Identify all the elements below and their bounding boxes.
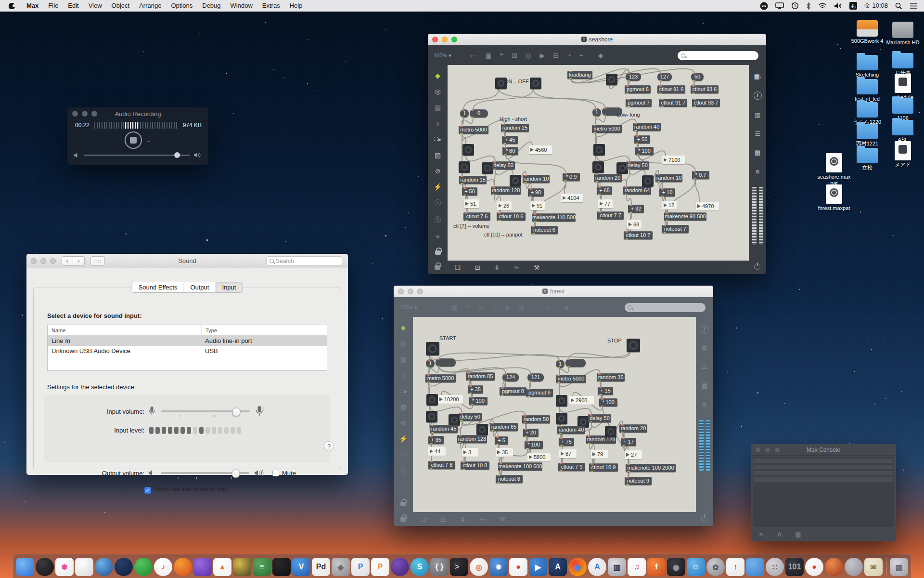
bluetooth-icon[interactable] (806, 0, 811, 12)
number-box-12[interactable]: 12 (662, 201, 677, 210)
zoom-level-dropdown[interactable]: 100% ▾ (434, 53, 451, 59)
dock-icon-chrome[interactable]: ◉ (568, 558, 587, 576)
object-box-random[interactable]: random 20 (619, 424, 647, 433)
object-box-delay[interactable]: delay 50 (626, 161, 649, 170)
object-box-tool-icon[interactable]: ▭ (471, 52, 477, 59)
clear-console-icon[interactable]: ✕ (758, 531, 764, 538)
device-row-unknown-usb-audio-device[interactable]: Unknown USB Audio DeviceUSB (48, 346, 327, 356)
dock-icon-black-app[interactable] (272, 558, 291, 576)
toggle[interactable] (426, 394, 438, 406)
forward-button[interactable]: › (73, 256, 85, 266)
object-box-delay[interactable]: delay 50 (492, 161, 515, 170)
font-size-icon[interactable]: A (777, 531, 782, 538)
number-box-26[interactable]: 26 (497, 201, 512, 210)
grid-icon[interactable]: ⋕ (461, 516, 466, 523)
number-box-35[interactable]: 35 (496, 448, 513, 457)
slider-tool-icon[interactable]: ⊟ (553, 52, 559, 59)
vizzie-icon[interactable]: ⓥ (400, 451, 407, 460)
comment-tool-icon[interactable]: ❝ (465, 303, 469, 311)
message-box-124[interactable]: 124 (502, 373, 519, 381)
object-box-metro[interactable]: metro 5000 (556, 375, 586, 383)
object-box-+[interactable]: + 20 (523, 429, 539, 437)
object-box-*[interactable]: * 0.7 (692, 171, 709, 179)
zoom-button[interactable] (417, 289, 423, 294)
zoom-button[interactable] (50, 258, 56, 264)
info-icon[interactable]: i (701, 325, 709, 333)
object-box-+[interactable]: + 75 (559, 438, 574, 446)
favorites-star-icon[interactable]: ★ (435, 233, 441, 240)
object-box-ctlout[interactable]: ctlout 10 7 (624, 231, 653, 239)
message-box-127[interactable]: 127 (657, 73, 672, 81)
object-box-random[interactable]: random 40 (633, 123, 661, 131)
object-box-random[interactable]: random 64 (623, 186, 651, 195)
dock-icon-photos[interactable]: ✽ (55, 558, 74, 576)
object-box-random[interactable]: random 65 (490, 423, 518, 431)
minimize-button[interactable] (442, 37, 448, 42)
list-icon[interactable]: ☰ (755, 130, 760, 137)
close-button[interactable] (72, 111, 78, 117)
object-box-ctlout[interactable]: ctlout 93 6 (691, 85, 719, 93)
message-box-1[interactable]: 1 (592, 108, 601, 117)
message-box-121[interactable]: 121 (527, 373, 544, 381)
wrench-icon[interactable]: ⚒ (500, 516, 505, 523)
dock-icon-pd[interactable]: Pd (312, 558, 330, 576)
object-box-+[interactable]: + 32 (628, 205, 644, 213)
toggle[interactable] (627, 339, 640, 352)
close-button[interactable] (432, 37, 438, 42)
column-header-type[interactable]: Type (201, 325, 327, 335)
minimize-button[interactable] (765, 447, 770, 453)
zoom-button[interactable] (91, 111, 97, 117)
dock-icon-launchpad[interactable]: ∷ (766, 558, 784, 576)
plug-icon[interactable]: ⚡ (434, 183, 442, 191)
sequencer-icon[interactable]: ∷▸ (434, 135, 442, 143)
patcher-search-field[interactable] (678, 51, 758, 60)
patch-canvas[interactable]: START1metro 5000random 85+ 35* 100124pgm… (413, 317, 696, 512)
dock-icon-navy-a-app[interactable]: A (549, 558, 567, 576)
object-box-random[interactable]: random 10 (655, 174, 682, 182)
object-box-ctlout[interactable]: ctlout 10 9 (589, 463, 618, 472)
object-box-noteout[interactable]: noteout 6 (531, 226, 558, 234)
dock-icon-disk-app[interactable] (845, 558, 863, 576)
object-box-delay[interactable]: delay 50 (459, 413, 482, 421)
toggle[interactable] (642, 175, 654, 187)
number-box-7100[interactable]: 7100 (662, 156, 685, 164)
show-all-button[interactable]: ∷∷ (90, 256, 105, 266)
object-box-+[interactable]: + 90 (528, 188, 544, 197)
device-row-line-in[interactable]: Line InAudio line-in port (48, 336, 327, 346)
sequencer-icon[interactable]: ∷▸ (399, 387, 407, 395)
output-volume-slider[interactable] (161, 472, 249, 474)
menu-item-object[interactable]: Object (107, 0, 135, 12)
object-box-random[interactable]: random 15 (459, 176, 487, 184)
toggle[interactable] (462, 144, 474, 156)
message-box-50[interactable]: 50 (691, 73, 704, 81)
keyboard-icon[interactable]: ▤ (435, 104, 441, 111)
dock-icon-blue-v-app[interactable]: V (292, 558, 310, 576)
console-log-area[interactable] (753, 457, 894, 527)
grid-palette-icon[interactable]: ▦▪ (754, 73, 761, 80)
object-box-random[interactable]: random 35 (597, 373, 625, 381)
toggle[interactable] (606, 74, 617, 85)
object-box-makenote[interactable]: makenote 110 500 (532, 213, 576, 222)
status-face-icon[interactable] (760, 0, 768, 12)
object-box-random[interactable]: random 20 (594, 174, 622, 182)
dock-icon-share-app[interactable]: ↑ (726, 558, 744, 576)
toggle-tool-icon[interactable]: ◎ (491, 303, 497, 311)
dock-icon-vlc[interactable]: ▲ (213, 558, 231, 576)
mute-checkbox[interactable]: Mute (272, 470, 296, 477)
object-box-metro[interactable]: metro 5000 (459, 126, 488, 134)
paperclip-icon[interactable]: ⊘ (435, 167, 441, 175)
object-box-pgmout[interactable]: pgmout 8 (500, 387, 526, 395)
audio-status-icon[interactable]: ◎ (400, 340, 406, 347)
number-box-4970[interactable]: 4970 (696, 202, 719, 210)
menu-clock[interactable]: 金 10:08 (864, 1, 888, 10)
columns-icon[interactable]: ▥ (702, 344, 707, 352)
object-box-pgmout[interactable]: pgmout 7 (626, 99, 652, 107)
desktop-icon-seashore-maxpat[interactable]: seashore.maxpat (813, 153, 855, 186)
columns-icon[interactable]: ▥ (755, 111, 760, 118)
object-box-*[interactable]: * 100 (469, 397, 488, 405)
desktop-icon-お仕事[interactable]: お仕事 (882, 51, 924, 76)
dock-icon-trash[interactable]: ▦ (890, 558, 908, 576)
object-box-*[interactable]: * 80 (502, 147, 518, 155)
toggle[interactable] (476, 424, 488, 435)
dock-icon-yellow-dark-app[interactable] (233, 558, 251, 576)
